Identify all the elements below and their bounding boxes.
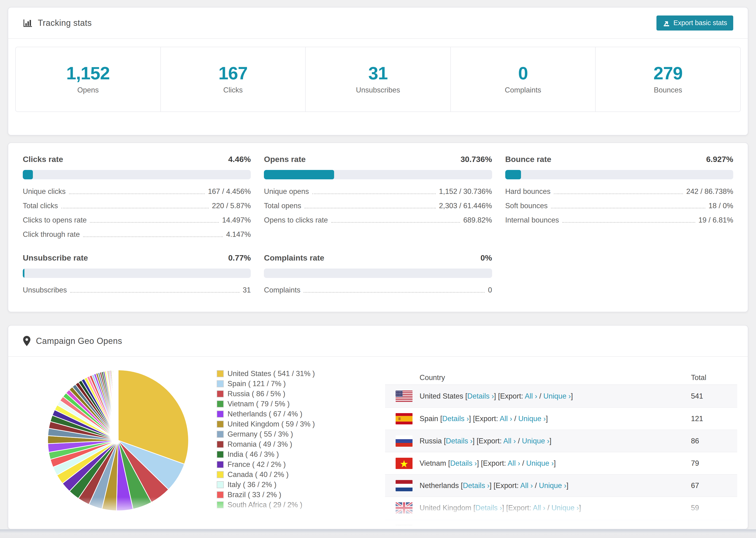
rate-row-label: Unsubscribes xyxy=(23,286,67,295)
legend-swatch xyxy=(217,390,224,398)
details-link[interactable]: Details › xyxy=(446,437,473,445)
rate-row-opens-to-clicks-rate: Opens to clicks rate 689.82% xyxy=(264,216,492,224)
rates-grid: Clicks rate 4.46% Unique clicks 167 / 4.… xyxy=(8,143,748,308)
export-label: Export: xyxy=(479,437,502,445)
country-cell: Netherlands [Details ›] [Export: All › /… xyxy=(419,481,691,490)
legend-item-united-states[interactable]: United States ( 541 / 31% ) xyxy=(217,368,315,379)
rate-row-total-opens: Total opens 2,303 / 61.446% xyxy=(264,202,492,210)
rate-row-value: 0 xyxy=(488,286,492,295)
export-unique-link[interactable]: Unique › xyxy=(518,414,546,423)
rate-title: Clicks rate xyxy=(23,155,63,164)
legend-item-brazil[interactable]: Brazil ( 33 / 2% ) xyxy=(217,490,315,500)
export-all-link[interactable]: All › xyxy=(503,437,516,445)
legend-swatch xyxy=(217,401,224,407)
export-all-link[interactable]: All › xyxy=(525,392,537,400)
dotted-leader xyxy=(83,237,223,237)
rate-row-hard-bounces: Hard bounces 242 / 86.738% xyxy=(505,187,733,196)
progress-fill xyxy=(23,269,25,278)
dotted-leader xyxy=(331,222,460,223)
details-link[interactable]: Details › xyxy=(463,481,490,490)
export-unique-link[interactable]: Unique › xyxy=(530,526,557,529)
legend-label: Italy ( 36 / 2% ) xyxy=(228,480,276,489)
export-basic-stats-button[interactable]: Export basic stats xyxy=(657,16,733,30)
export-unique-link[interactable]: Unique › xyxy=(552,504,579,512)
country-name: Russia xyxy=(419,437,442,445)
legend-item-spain[interactable]: Spain ( 121 / 7% ) xyxy=(217,379,315,389)
rate-rows: Complaints 0 xyxy=(264,286,492,295)
rate-title: Bounce rate xyxy=(505,155,552,164)
rate-row-label: Total clicks xyxy=(23,202,58,210)
country-cell: Russia [Details ›] [Export: All › / Uniq… xyxy=(419,437,691,445)
tracking-stats-title: Tracking stats xyxy=(38,18,92,28)
stat-label: Complaints xyxy=(505,86,541,94)
export-label: Export: xyxy=(475,414,498,423)
geo-table: Country Total United States [Details ›] … xyxy=(385,371,737,529)
details-link[interactable]: Details › xyxy=(454,526,480,529)
rate-head: Bounce rate 6.927% xyxy=(505,155,733,164)
flag-es-icon xyxy=(396,413,419,424)
rate-row-total-clicks: Total clicks 220 / 5.87% xyxy=(23,202,251,210)
legend-item-canada[interactable]: Canada ( 40 / 2% ) xyxy=(217,469,315,480)
details-link[interactable]: Details › xyxy=(442,414,469,423)
legend-item-germany[interactable]: Germany ( 55 / 3% ) xyxy=(217,429,315,439)
geo-table-header: Country Total xyxy=(385,371,737,385)
export-all-link[interactable]: All › xyxy=(500,414,512,423)
stat-value: 1,152 xyxy=(66,64,110,82)
flag-us-icon xyxy=(396,391,419,402)
bracket: ] xyxy=(549,437,552,445)
progress-track xyxy=(505,170,733,179)
rate-head: Complaints rate 0% xyxy=(264,253,492,262)
rate-row-value: 220 / 5.87% xyxy=(212,202,251,210)
progress-fill xyxy=(23,170,33,179)
rate-row-value: 2,303 / 61.446% xyxy=(439,202,492,210)
export-label: Export: xyxy=(486,526,509,529)
geo-opens-pie-chart[interactable] xyxy=(45,368,191,513)
legend-item-south-africa[interactable]: South Africa ( 29 / 2% ) xyxy=(217,500,315,510)
flag-nl-icon xyxy=(396,480,419,491)
dotted-leader xyxy=(551,208,705,208)
bracket: ] [ xyxy=(502,504,508,512)
rate-row-unique-clicks: Unique clicks 167 / 4.456% xyxy=(23,187,251,196)
legend-item-france[interactable]: France ( 42 / 2% ) xyxy=(217,459,315,469)
export-unique-link[interactable]: Unique › xyxy=(543,392,571,400)
dotted-leader xyxy=(554,193,683,194)
export-all-link[interactable]: All › xyxy=(508,459,520,467)
bracket: ] xyxy=(567,481,568,490)
export-all-link[interactable]: All › xyxy=(511,526,523,529)
legend-label: Netherlands ( 67 / 4% ) xyxy=(228,410,302,418)
export-unique-link[interactable]: Unique › xyxy=(539,481,566,490)
export-unique-link[interactable]: Unique › xyxy=(526,459,554,467)
bracket: ] [ xyxy=(477,459,483,467)
export-label: Export: xyxy=(500,392,523,400)
export-unique-link[interactable]: Unique › xyxy=(522,437,549,445)
legend-item-vietnam[interactable]: Vietnam ( 79 / 5% ) xyxy=(217,399,315,409)
export-label: Export: xyxy=(508,504,531,512)
legend-item-italy[interactable]: Italy ( 36 / 2% ) xyxy=(217,480,315,490)
legend-swatch xyxy=(217,451,224,458)
rate-row-value: 167 / 4.456% xyxy=(208,187,251,196)
legend-swatch xyxy=(217,501,224,509)
export-all-link[interactable]: All › xyxy=(533,504,545,512)
legend-item-netherlands[interactable]: Netherlands ( 67 / 4% ) xyxy=(217,409,315,419)
geo-table-row-netherlands: Netherlands [Details ›] [Export: All › /… xyxy=(385,474,737,497)
tracking-stats-header: Tracking stats Export basic stats xyxy=(8,8,748,39)
legend-item-russia[interactable]: Russia ( 86 / 5% ) xyxy=(217,389,315,399)
rate-panel-unsubscribe-rate: Unsubscribe rate 0.77% Unsubscribes 31 xyxy=(23,253,251,295)
rate-value: 30.736% xyxy=(460,155,492,164)
legend-item-india[interactable]: India ( 46 / 3% ) xyxy=(217,449,315,459)
legend-item-romania[interactable]: Romania ( 49 / 3% ) xyxy=(217,439,315,449)
details-link[interactable]: Details › xyxy=(475,504,502,512)
stat-label: Bounces xyxy=(654,86,682,94)
rate-panel-bounce-rate: Bounce rate 6.927% Hard bounces 242 / 86… xyxy=(505,155,733,239)
progress-track xyxy=(23,269,251,278)
legend-item-united-kingdom[interactable]: United Kingdom ( 59 / 3% ) xyxy=(217,419,315,429)
stat-complaints: 0 Complaints xyxy=(451,47,596,112)
rate-row-label: Soft bounces xyxy=(505,202,548,210)
total-cell: 121 xyxy=(691,414,737,423)
export-all-link[interactable]: All › xyxy=(520,481,533,490)
dotted-leader xyxy=(304,208,436,208)
total-cell: 67 xyxy=(691,481,737,490)
details-link[interactable]: Details › xyxy=(450,459,477,467)
details-link[interactable]: Details › xyxy=(467,392,494,400)
legend-swatch xyxy=(217,491,224,498)
